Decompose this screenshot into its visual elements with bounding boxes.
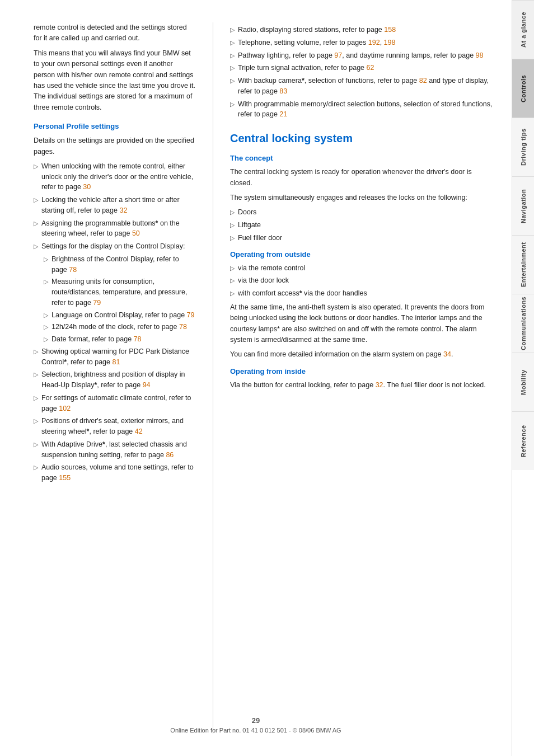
page-link-78c[interactable]: 78 (134, 335, 142, 343)
list-item: ▷ Measuring units for consumption, route… (44, 276, 196, 308)
page-link-98[interactable]: 98 (476, 51, 484, 59)
bullet-arrow: ▷ (34, 440, 38, 449)
page-link-155[interactable]: 155 (59, 474, 71, 482)
list-item: ▷ When unlocking with the remote control… (34, 161, 196, 192)
operating-inside-p1: Via the button for central locking, refe… (230, 380, 495, 391)
bullet-arrow: ▷ (34, 242, 38, 251)
concept-heading: The concept (230, 153, 495, 164)
page-link-21[interactable]: 21 (279, 110, 287, 118)
list-item: ▷ Positions of driver's seat, exterior m… (34, 416, 196, 437)
bullet-arrow: ▷ (34, 463, 38, 472)
list-item: ▷ via the remote control (230, 263, 495, 274)
bullet-arrow: ▷ (34, 416, 38, 426)
page-link-34[interactable]: 34 (443, 350, 451, 358)
sidebar-item-mobility[interactable]: Mobility (512, 353, 534, 411)
page-link-102[interactable]: 102 (59, 405, 71, 412)
list-item-text: For settings of automatic climate contro… (41, 393, 196, 414)
sidebar-item-communications[interactable]: Communications (512, 294, 534, 353)
page-link-198[interactable]: 198 (384, 39, 396, 46)
list-item: ▷ Fuel filler door (230, 233, 495, 243)
left-column: remote control is detected and the setti… (34, 22, 207, 734)
page-link-83[interactable]: 83 (279, 87, 287, 95)
bullet-arrow: ▷ (34, 370, 38, 379)
list-item: ▷ Triple turn signal activation, refer t… (230, 63, 495, 73)
list-item: ▷ Settings for the display on the Contro… (34, 241, 196, 252)
page-link-62[interactable]: 62 (367, 64, 374, 72)
page-link-30[interactable]: 30 (83, 183, 91, 191)
page-link-50[interactable]: 50 (132, 229, 140, 237)
intro-text-2: This means that you will always find you… (34, 48, 196, 113)
page-link-79a[interactable]: 79 (93, 299, 101, 307)
bullet-arrow: ▷ (230, 208, 235, 217)
list-item: ▷ Locking the vehicle after a short time… (34, 195, 196, 216)
list-item: ▷ Brightness of the Control Display, ref… (44, 254, 196, 275)
concept-p1: The central locking system is ready for … (230, 167, 495, 189)
footer-text: Online Edition for Part no. 01 41 0 012 … (0, 727, 512, 734)
list-item: ▷ via the door lock (230, 275, 495, 286)
list-item-text: With Adaptive Drive*, last selected chas… (41, 439, 196, 461)
bullet-arrow: ▷ (230, 276, 235, 285)
bullet-arrow: ▷ (230, 63, 235, 73)
bullet-arrow: ▷ (44, 335, 48, 344)
page-link-32-inside[interactable]: 32 (376, 381, 383, 389)
sidebar-item-at-a-glance[interactable]: At a glance (512, 0, 534, 59)
list-item-text: Showing optical warning for PDC Park Dis… (41, 346, 196, 368)
right-column: ▷ Radio, displaying stored stations, ref… (219, 22, 495, 734)
bullet-arrow: ▷ (230, 100, 235, 109)
right-bullet-list: ▷ Radio, displaying stored stations, ref… (230, 25, 495, 120)
list-item: ▷ Language on Control Display, refer to … (44, 310, 196, 321)
operating-inside-heading: Operating from inside (230, 366, 495, 377)
list-item: ▷ Radio, displaying stored stations, ref… (230, 25, 495, 35)
page-link-32[interactable]: 32 (119, 206, 127, 214)
bullet-arrow: ▷ (34, 195, 38, 205)
bullet-arrow: ▷ (230, 220, 235, 230)
list-item: ▷ Selection, brightness and position of … (34, 369, 196, 391)
list-item: ▷ with comfort access* via the door hand… (230, 288, 495, 299)
list-item: ▷ Assigning the programmable buttons* on… (34, 218, 196, 240)
list-item-text: Assigning the programmable buttons* on t… (41, 218, 196, 240)
page-link-86[interactable]: 86 (166, 451, 174, 459)
page-link-94[interactable]: 94 (143, 381, 151, 389)
bullet-arrow: ▷ (230, 38, 235, 48)
list-item: ▷ Date format, refer to page 78 (44, 334, 196, 345)
list-item: ▷ Showing optical warning for PDC Park D… (34, 346, 196, 368)
intro-text-1: remote control is detected and the setti… (34, 22, 196, 44)
bullet-arrow: ▷ (230, 233, 235, 243)
sidebar-item-reference[interactable]: Reference (512, 411, 534, 470)
page-link-81[interactable]: 81 (112, 358, 120, 366)
page-link-158[interactable]: 158 (384, 26, 396, 34)
page-link-79b[interactable]: 79 (187, 311, 195, 319)
concept-bullet-list: ▷ Doors ▷ Liftgate ▷ Fuel filler door (230, 207, 495, 243)
bullet-arrow: ▷ (34, 162, 38, 171)
bullet-arrow: ▷ (44, 277, 48, 287)
sidebar-tabs: At a glance Controls Driving tips Naviga… (512, 0, 534, 756)
bullet-arrow: ▷ (34, 219, 38, 228)
sidebar-item-entertainment[interactable]: Entertainment (512, 235, 534, 294)
personal-profile-heading: Personal Profile settings (34, 121, 196, 132)
page-link-78a[interactable]: 78 (69, 266, 77, 274)
sidebar-item-driving-tips[interactable]: Driving tips (512, 118, 534, 176)
list-item-text: Positions of driver's seat, exterior mir… (41, 416, 196, 437)
page-link-97[interactable]: 97 (334, 51, 342, 59)
page-link-82[interactable]: 82 (419, 77, 427, 84)
sidebar-item-navigation[interactable]: Navigation (512, 176, 534, 235)
list-item-text: When unlocking with the remote control, … (41, 161, 196, 192)
page-link-42[interactable]: 42 (135, 428, 143, 435)
personal-profile-intro: Details on the settings are provided on … (34, 135, 196, 157)
bullet-arrow: ▷ (34, 347, 38, 356)
list-item: ▷ Telephone, setting volume, refer to pa… (230, 37, 495, 48)
bullet-arrow: ▷ (44, 311, 48, 320)
left-bullet-list: ▷ When unlocking with the remote control… (34, 161, 196, 483)
operating-outside-list: ▷ via the remote control ▷ via the door … (230, 263, 495, 299)
bullet-arrow: ▷ (34, 393, 38, 403)
bullet-arrow: ▷ (230, 264, 235, 273)
page-link-78b[interactable]: 78 (179, 323, 187, 331)
sidebar-item-controls[interactable]: Controls (512, 59, 534, 118)
page-link-192[interactable]: 192 (368, 39, 380, 46)
nested-list: ▷ Brightness of the Control Display, ref… (44, 254, 196, 345)
list-item: ▷ With programmable memory/direct select… (230, 99, 495, 120)
list-item: ▷ With Adaptive Drive*, last selected ch… (34, 439, 196, 461)
list-item-text: Locking the vehicle after a short time o… (41, 195, 196, 216)
concept-p2: The system simultaneously engages and re… (230, 192, 495, 203)
operating-outside-heading: Operating from outside (230, 249, 495, 260)
